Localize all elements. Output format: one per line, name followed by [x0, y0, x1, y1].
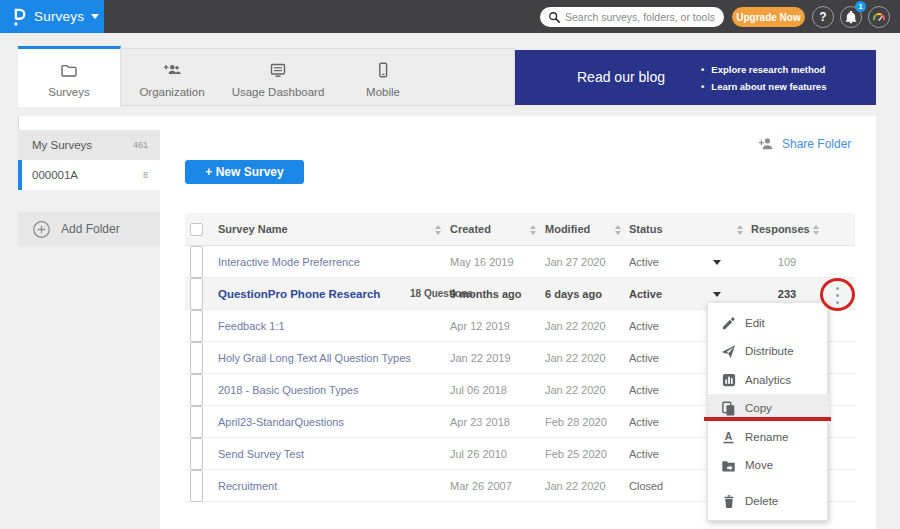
menu-item-copy[interactable]: Copy	[708, 394, 829, 422]
menu-item-rename[interactable]: A Rename	[708, 423, 829, 451]
module-tab-strip: Surveys Organization Usage Dashboard	[18, 48, 515, 106]
menu-item-delete[interactable]: Delete	[708, 487, 829, 515]
notification-count-badge: 1	[855, 1, 866, 12]
row-checkbox[interactable]	[190, 310, 203, 342]
row-checkbox[interactable]	[190, 374, 203, 406]
chevron-down-icon	[713, 260, 721, 265]
row-checkbox[interactable]	[190, 470, 203, 502]
chevron-down-icon	[91, 14, 99, 19]
header-survey-name[interactable]: Survey Name	[218, 213, 288, 246]
folder-count: 8	[143, 170, 148, 180]
row-actions-button[interactable]	[833, 287, 842, 304]
new-survey-button[interactable]: + New Survey	[185, 160, 304, 184]
header-responses[interactable]: Responses	[751, 213, 810, 246]
usage-meter-button[interactable]	[868, 6, 890, 28]
menu-item-analytics[interactable]: Analytics	[708, 366, 829, 394]
sort-icon[interactable]	[737, 225, 744, 235]
sidebar-item-000001A[interactable]: 000001A 8	[18, 160, 160, 190]
share-folder-label: Share Folder	[782, 137, 851, 151]
status-dropdown-caret[interactable]	[713, 246, 725, 278]
upgrade-now-button[interactable]: Upgrade Now	[732, 7, 805, 27]
cell-responses[interactable]: 109	[765, 246, 809, 278]
add-folder-button[interactable]: Add Folder	[18, 212, 160, 246]
survey-name-link[interactable]: Send Survey Test	[218, 438, 304, 470]
survey-name-link[interactable]: Recruitment	[218, 470, 277, 502]
menu-item-edit[interactable]: Edit	[708, 309, 829, 337]
survey-name-link[interactable]: Feedback 1:1	[218, 310, 285, 342]
survey-name-link[interactable]: QuestionPro Phone Research	[218, 278, 380, 310]
cell-status: Active	[629, 342, 659, 374]
cell-created: Jul 06 2018	[450, 374, 507, 406]
tab-organization[interactable]: Organization	[121, 46, 223, 107]
menu-item-move[interactable]: Move	[708, 451, 829, 479]
copy-icon	[721, 401, 736, 416]
table-row[interactable]: Interactive Mode Preferrence May 16 2019…	[185, 246, 855, 278]
cell-modified: Jan 22 2020	[545, 310, 606, 342]
header-created[interactable]: Created	[450, 213, 491, 246]
row-checkbox[interactable]	[190, 278, 203, 310]
question-mark-icon: ?	[819, 10, 826, 24]
cell-status: Closed	[629, 470, 663, 502]
header-status[interactable]: Status	[629, 213, 663, 246]
cell-created: Apr 12 2019	[450, 310, 510, 342]
menu-item-label: Edit	[745, 317, 765, 329]
menu-item-label: Copy	[745, 402, 772, 414]
share-folder-button[interactable]: Share Folder	[758, 136, 851, 151]
row-checkbox[interactable]	[190, 342, 203, 374]
folder-label: My Surveys	[32, 139, 133, 151]
cell-modified: Jan 22 2020	[545, 374, 606, 406]
cell-modified: Jan 27 2020	[545, 246, 606, 278]
sort-icon[interactable]	[813, 225, 820, 235]
tab-surveys[interactable]: Surveys	[18, 46, 121, 107]
cell-status: Active	[629, 374, 659, 406]
top-bar: Surveys Upgrade Now ? 1	[0, 0, 900, 33]
share-person-icon	[758, 136, 775, 151]
sort-icon[interactable]	[530, 225, 537, 235]
sort-icon[interactable]	[615, 225, 622, 235]
search-input[interactable]	[565, 11, 715, 23]
survey-name-link[interactable]: Interactive Mode Preferrence	[218, 246, 360, 278]
header-modified[interactable]: Modified	[545, 213, 590, 246]
row-checkbox[interactable]	[190, 406, 203, 438]
banner-bullet: Learn about new features	[701, 78, 826, 95]
menu-item-distribute[interactable]: Distribute	[708, 337, 829, 365]
survey-name-link[interactable]: Holy Grail Long Text All Question Types	[218, 342, 411, 374]
row-checkbox[interactable]	[190, 438, 203, 470]
sidebar-item-my-surveys[interactable]: My Surveys 461	[18, 130, 160, 160]
cell-status: Active	[629, 246, 659, 278]
trash-icon	[721, 494, 736, 509]
sort-icon[interactable]	[435, 225, 442, 235]
banner-title: Read our blog	[577, 50, 665, 105]
cell-created: 9 months ago	[450, 278, 522, 310]
tab-label: Mobile	[366, 86, 400, 98]
tab-label: Surveys	[48, 86, 90, 98]
tab-mobile[interactable]: Mobile	[333, 46, 433, 107]
tab-usage-dashboard[interactable]: Usage Dashboard	[223, 46, 333, 107]
app-menu-button[interactable]: Surveys	[0, 0, 104, 33]
cell-modified: Jan 22 2020	[545, 470, 606, 502]
blog-banner[interactable]: Read our blog Explore research method Le…	[515, 50, 876, 105]
cell-status: Active	[629, 438, 659, 470]
cell-created: Jul 26 2010	[450, 438, 507, 470]
analytics-icon	[721, 373, 736, 388]
survey-name-link[interactable]: April23-StandarQuestions	[218, 406, 344, 438]
dot	[836, 294, 839, 297]
folder-icon	[60, 62, 78, 78]
dot	[836, 301, 839, 304]
survey-name-link[interactable]: 2018 - Basic Question Types	[218, 374, 358, 406]
questionpro-surveys-page: Surveys Upgrade Now ? 1	[0, 0, 900, 529]
menu-item-label: Analytics	[745, 374, 791, 386]
row-actions-menu: Edit Distribute Analytics Copy A Rename	[707, 302, 828, 521]
help-button[interactable]: ?	[812, 6, 834, 28]
cell-modified: Jan 22 2020	[545, 342, 606, 374]
move-folder-icon	[721, 458, 736, 473]
svg-text:A: A	[725, 430, 733, 441]
select-all-checkbox[interactable]	[190, 223, 203, 236]
menu-item-label: Distribute	[745, 345, 794, 357]
cell-modified: Feb 25 2020	[545, 438, 607, 470]
global-search[interactable]	[540, 7, 724, 27]
row-checkbox[interactable]	[190, 246, 203, 278]
menu-item-label: Move	[745, 459, 773, 471]
banner-bullet: Explore research method	[701, 61, 826, 78]
banner-bullets: Explore research method Learn about new …	[701, 61, 826, 95]
